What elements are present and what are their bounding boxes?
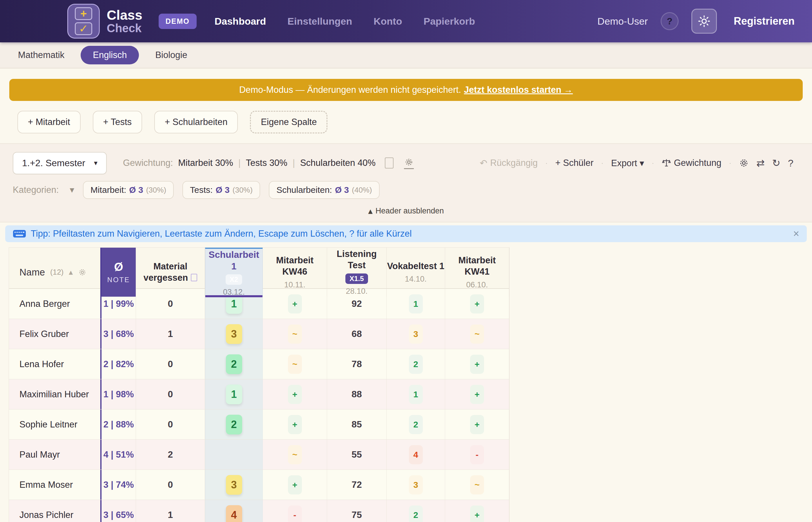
tab-englisch[interactable]: Englisch (81, 46, 139, 64)
student-name-cell[interactable]: Sophie Leitner (9, 409, 100, 439)
grade-cell[interactable]: + (445, 379, 509, 409)
weights-summary: Gewichtung: Mitarbeit 30%|Tests 30%|Schu… (123, 157, 414, 169)
avg-grade-cell: 3 | 65% (100, 500, 136, 522)
settings-gear-button[interactable] (739, 158, 749, 168)
help-button[interactable]: ? (661, 12, 678, 30)
grade-cell[interactable]: + (263, 409, 327, 439)
category-chip-tests-[interactable]: Tests:Ø 3(30%) (182, 181, 260, 199)
nav-item-dashboard[interactable]: Dashboard (215, 16, 266, 27)
table-row: Maximilian Huber1 | 98%01+881+ (9, 379, 509, 409)
grade-cell[interactable]: 88 (327, 379, 387, 409)
column-header-listening-test[interactable]: Listening TestX1.528.10. (327, 248, 387, 297)
grade-cell[interactable]: + (445, 349, 509, 379)
student-name-cell[interactable]: Lena Hofer (9, 349, 100, 379)
student-name-cell[interactable]: Jonas Pichler (9, 500, 100, 522)
tab-mathematik[interactable]: Mathematik (18, 46, 64, 64)
grade-cell[interactable]: ~ (263, 319, 327, 349)
column-header-mitarbeit-kw41[interactable]: Mitarbeit KW4106.10. (445, 248, 509, 297)
grade-cell[interactable]: + (445, 500, 509, 522)
semester-select[interactable]: 1.+2. Semester ▾ (13, 152, 107, 174)
grade-cell[interactable] (205, 440, 263, 469)
column-header-schularbeit-1[interactable]: Schularbeit 1X203.12. (205, 248, 263, 297)
grade-cell[interactable]: 0 (136, 349, 205, 379)
name-column-gear-icon[interactable] (78, 268, 87, 277)
grade-cell[interactable]: 1 (387, 379, 445, 409)
grade-cell[interactable]: 0 (136, 409, 205, 439)
export-button[interactable]: Export ▾ (611, 158, 644, 168)
category-chip-mitarbeit-[interactable]: Mitarbeit:Ø 3(30%) (83, 181, 174, 199)
grade-cell[interactable]: 2 (387, 349, 445, 379)
weight-part-2: Schularbeiten 40% (300, 158, 375, 168)
grade-cell[interactable]: 3 (205, 319, 263, 349)
grade-cell[interactable]: 2 (205, 349, 263, 379)
grade-cell[interactable]: ~ (263, 440, 327, 469)
separator-dot: · (652, 159, 654, 168)
grade-cell[interactable]: ~ (445, 319, 509, 349)
grade-cell[interactable]: 1 (205, 379, 263, 409)
grade-cell[interactable]: 55 (327, 440, 387, 469)
tip-close-button[interactable]: × (793, 228, 799, 240)
nav-item-einstellungen[interactable]: Einstellungen (287, 16, 352, 27)
grade-cell[interactable]: 0 (136, 379, 205, 409)
grade-cell[interactable]: 0 (136, 470, 205, 500)
grade-cell[interactable]: 1 (136, 500, 205, 522)
category-chip-schularbeiten-[interactable]: Schularbeiten:Ø 3(40%) (269, 181, 380, 199)
weighting-button[interactable]: Gewichtung (662, 158, 722, 168)
action-button--tests[interactable]: + Tests (93, 111, 142, 134)
nav-item-papierkorb[interactable]: Papierkorb (423, 16, 475, 27)
start-free-link[interactable]: Jetzt kostenlos starten → (464, 85, 573, 95)
grade-cell[interactable]: 68 (327, 319, 387, 349)
column-header-vokabeltest-1[interactable]: Vokabeltest 114.10. (387, 248, 445, 297)
refresh-icon[interactable]: ↻ (772, 157, 781, 169)
grade-cell[interactable]: - (263, 500, 327, 522)
grade-cell[interactable]: 78 (327, 349, 387, 379)
app-title: Class Check (107, 8, 142, 34)
grade-cell[interactable]: + (263, 379, 327, 409)
grade-cell[interactable]: 72 (327, 470, 387, 500)
theme-toggle-button[interactable] (691, 9, 717, 34)
action-button-eigene-spalte[interactable]: Eigene Spalte (250, 111, 327, 134)
nav-item-konto[interactable]: Konto (373, 16, 402, 27)
hide-header-toggle[interactable]: ▲ Header ausblenden (0, 205, 812, 219)
grade-number-chip: 3 (409, 475, 423, 495)
student-name-cell[interactable]: Emma Moser (9, 470, 100, 500)
grade-cell[interactable]: 75 (327, 500, 387, 522)
undo-button[interactable]: ↶ Rückgängig (480, 158, 537, 168)
grade-cell[interactable]: 3 (387, 470, 445, 500)
tab-biologie[interactable]: Biologie (155, 46, 187, 64)
grade-cell[interactable]: 3 (205, 470, 263, 500)
student-name-cell[interactable]: Maximilian Huber (9, 379, 100, 409)
grade-cell[interactable]: 2 (136, 440, 205, 469)
swap-columns-icon[interactable]: ⇄ (756, 157, 765, 169)
add-student-button[interactable]: + Schüler (555, 158, 594, 168)
grade-cell[interactable]: 2 (387, 500, 445, 522)
grade-cell[interactable]: 2 (205, 409, 263, 439)
student-name-cell[interactable]: Paul Mayr (9, 440, 100, 469)
average-column-header[interactable]: Ø NOTE (100, 248, 136, 297)
grade-cell[interactable]: + (445, 409, 509, 439)
grade-cell[interactable]: 3 (387, 319, 445, 349)
grade-cell[interactable]: 4 (387, 440, 445, 469)
column-header-mitarbeit-kw46[interactable]: Mitarbeit KW4610.11. (263, 248, 327, 297)
weights-gear-button[interactable] (404, 157, 414, 169)
grade-cell[interactable]: ~ (445, 470, 509, 500)
grade-cell[interactable]: + (263, 470, 327, 500)
register-link[interactable]: Registrieren (734, 15, 795, 27)
grade-cell[interactable]: - (445, 440, 509, 469)
action-button--schularbeiten[interactable]: + Schularbeiten (154, 111, 238, 134)
sort-arrow-icon[interactable]: ▲ (69, 269, 73, 275)
column-header-material-vergessen[interactable]: Material vergessen (136, 248, 205, 297)
grade-cell[interactable]: 4 (205, 500, 263, 522)
action-button--mitarbeit[interactable]: + Mitarbeit (17, 111, 81, 134)
name-column-header[interactable]: Name (12) ▲ (9, 248, 100, 297)
grade-cell[interactable]: 1 (136, 319, 205, 349)
column-checkbox-icon[interactable] (191, 274, 197, 281)
weights-checkbox-icon[interactable] (385, 158, 393, 168)
grade-cell[interactable]: 2 (387, 409, 445, 439)
shortcuts-help-icon[interactable]: ? (788, 158, 793, 169)
avg-grade-cell: 1 | 98% (100, 379, 136, 409)
grade-cell[interactable]: ~ (263, 349, 327, 379)
student-name-cell[interactable]: Felix Gruber (9, 319, 100, 349)
grade-cell[interactable]: 85 (327, 409, 387, 439)
categories-caret-icon[interactable]: ▼ (70, 186, 74, 194)
